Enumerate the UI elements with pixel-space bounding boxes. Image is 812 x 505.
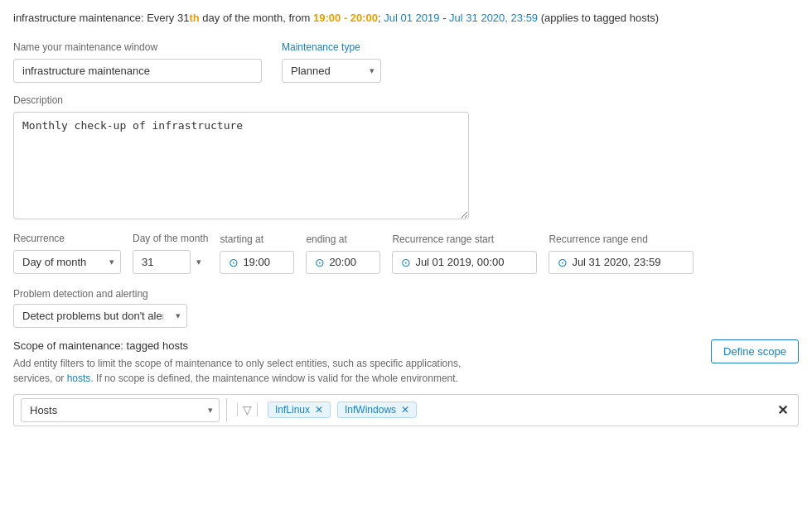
summary-time-range: 19:00 - 20:00 [313,12,378,24]
summary-suffix: day of the month, from [200,12,313,24]
maintenance-type-select[interactable]: Planned Unplanned [282,59,381,83]
name-group: Name your maintenance window [13,41,262,83]
problem-select-wrapper[interactable]: Detect problems but don't alert Do not d… [13,304,187,328]
recurrence-select-wrapper[interactable]: Day of month Weekly Daily ▾ [13,250,121,274]
tag-chip-infwindows: InfWindows ✕ [337,402,417,418]
problem-row: Problem detection and alerting Detect pr… [13,287,799,328]
starting-value: 19:00 [243,256,270,268]
summary-date-start: Jul 01 2019 [384,12,439,24]
range-start-col: Recurrence range start ⊙ Jul 01 2019, 00… [392,233,537,274]
scope-title: Scope of maintenance: tagged hosts [13,339,494,352]
range-end-value: Jul 31 2020, 23:59 [572,256,660,268]
hosts-select-inner[interactable]: Hosts Services Applications ▾ [21,398,220,422]
range-start-value: Jul 01 2019, 00:00 [415,256,504,268]
close-hosts-button[interactable]: ✕ [774,402,791,418]
scope-desc: Add entity filters to limit the scope of… [13,356,494,386]
problem-select[interactable]: Detect problems but don't alert Do not d… [13,304,187,328]
remove-inflinux-button[interactable]: ✕ [315,404,323,416]
name-input[interactable] [13,59,262,83]
starting-time-field[interactable]: ⊙ 19:00 [220,251,294,274]
maintenance-type-select-wrapper[interactable]: Planned Unplanned ▾ [282,59,381,83]
name-label: Name your maintenance window [13,41,262,53]
starting-label: starting at [220,233,294,245]
ending-col: ending at ⊙ 20:00 [306,233,380,274]
range-end-col: Recurrence range end ⊙ Jul 31 2020, 23:5… [549,233,694,274]
day-select-wrapper[interactable]: 31 1234 510152025 ▾ [133,250,208,274]
remove-infwindows-button[interactable]: ✕ [401,404,409,416]
clock-icon-3: ⊙ [401,256,411,269]
day-col: Day of the month 31 1234 510152025 ▾ [133,233,208,274]
define-scope-button[interactable]: Define scope [711,339,799,363]
range-end-field[interactable]: ⊙ Jul 31 2020, 23:59 [549,251,694,274]
scope-info: Scope of maintenance: tagged hosts Add e… [13,339,494,386]
ending-time-field[interactable]: ⊙ 20:00 [306,251,380,274]
hosts-select-wrapper[interactable]: Hosts Services Applications ▾ [21,398,227,422]
clock-icon: ⊙ [229,256,239,269]
tag-chip-inflinux: InfLinux ✕ [268,402,331,418]
recurrence-select[interactable]: Day of month Weekly Daily [13,250,121,274]
summary-bar: infrastructure maintenance: Every 31th d… [13,10,799,26]
recurrence-col: Recurrence Day of month Weekly Daily ▾ [13,233,121,274]
problem-label: Problem detection and alerting [13,288,148,300]
recurrence-label: Recurrence [13,233,121,244]
recurrence-row: Recurrence Day of month Weekly Daily ▾ D… [13,233,799,274]
ending-value: 20:00 [329,256,356,268]
summary-date-end: Jul 31 2020, 23:59 [449,12,538,24]
hosts-link[interactable]: hosts [67,373,91,384]
day-chevron-icon: ▾ [196,257,201,267]
day-label: Day of the month [133,233,208,244]
hosts-select[interactable]: Hosts Services Applications [21,398,220,422]
filter-icon: ▽ [237,403,258,416]
description-input[interactable]: Monthly check-up of infrastructure [13,112,469,219]
scope-section: Scope of maintenance: tagged hosts Add e… [13,339,799,386]
tag-inflinux-label: InfLinux [275,404,310,416]
ending-label: ending at [306,233,380,245]
starting-col: starting at ⊙ 19:00 [220,233,294,274]
day-select[interactable]: 31 1234 510152025 [133,250,191,274]
description-group: Description Monthly check-up of infrastr… [13,94,799,219]
clock-icon-4: ⊙ [558,256,568,269]
summary-superscript-wrapper: th [189,12,199,24]
maintenance-type-group: Maintenance type Planned Unplanned ▾ [282,41,381,83]
hosts-row: Hosts Services Applications ▾ ▽ InfLinux… [13,394,799,426]
summary-applies: (applies to tagged hosts) [541,12,659,24]
range-start-field[interactable]: ⊙ Jul 01 2019, 00:00 [392,251,537,274]
summary-dash: - [440,12,450,24]
clock-icon-2: ⊙ [315,256,325,269]
range-start-label: Recurrence range start [392,233,537,245]
tag-infwindows-label: InfWindows [345,404,396,416]
description-label: Description [13,94,799,106]
maintenance-type-label: Maintenance type [282,41,381,53]
range-end-label: Recurrence range end [549,233,694,245]
summary-prefix: infrastructure maintenance: Every 31 [13,12,189,24]
